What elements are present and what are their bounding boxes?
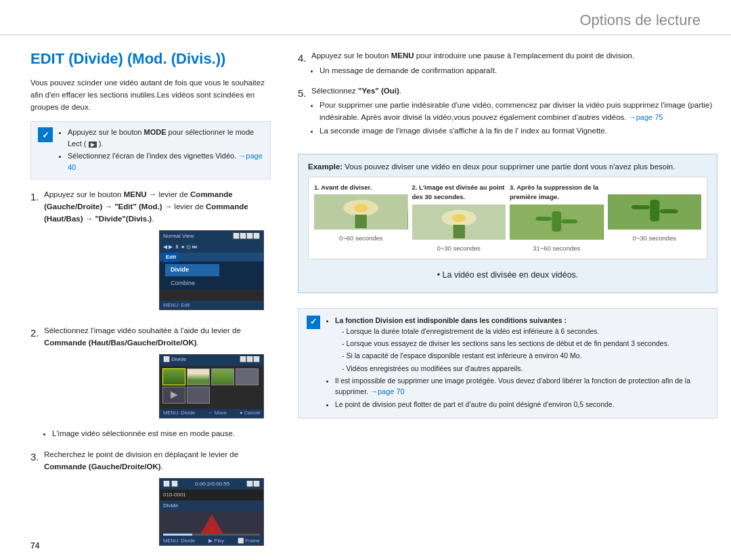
warn-sub-3: Si la capacité de l'espace disponible re… [342,350,709,361]
cs-bottom-bar-1: MENU: Edit [160,301,263,309]
note-item-2: Sélectionnez l'écran de l'index des vign… [68,150,263,173]
div-step-1-num: 1. Avant de diviser. [314,183,408,192]
step-1-num: 1. [30,189,40,316]
flower-svg-2 [412,204,506,240]
warn-sub-list: Lorsque la durée totale d'enregistrement… [335,326,709,374]
thumb-4 [236,368,259,385]
step-4-bullets: Un message de demande de confirmation ap… [311,65,634,77]
warn-title: La fonction Division est indisponible da… [335,315,709,374]
edit-label: Edit [163,253,179,262]
content-area: EDIT (Divide) (Mod. (Divis.)) Vous pouve… [0,35,731,560]
warn-sub-2: Lorsque vous essayez de diviser les sect… [342,338,709,349]
svg-rect-17 [659,209,678,213]
svg-rect-12 [535,217,552,221]
warning-box: ✓ La fonction Division est indisponible … [298,308,717,418]
step-2-num: 2. [30,325,40,441]
warn-icon: ✓ [307,316,320,329]
thumb-3 [211,368,234,385]
flower-svg [314,194,408,230]
svg-rect-16 [631,205,650,209]
svg-rect-15 [650,200,659,221]
note-list: Appuyez sur le bouton MODE pour sélectio… [58,127,263,174]
div-step-1: 1. Avant de diviser. 0~60 secondes [314,183,408,244]
cs-bottom-bar-3: MENU: Divide ▶ Play ⬜ Frame [160,536,263,545]
svg-rect-11 [552,211,561,232]
div-step-2-time: 0~30 secondes [437,244,481,253]
step-4-content: Appuyez sur le bouton MENU pour introdui… [311,50,634,79]
warn-sub-1: Lorsque la durée totale d'enregistrement… [342,326,709,337]
svg-point-8 [451,214,466,222]
left-column: EDIT (Divide) (Mod. (Divis.)) Vous pouve… [0,35,284,560]
video-frame-icon [198,513,225,536]
cs-bottom-bar-2: MENU: Divide ↔ Move ● Cancel [160,409,263,418]
step-1-content: Appuyez sur le bouton MENU → levier de C… [44,189,271,316]
div-step-4: 0~30 secondes [608,183,702,244]
thumb-5: ▶ [162,387,185,404]
step-2-content: Sélectionnez l'image vidéo souhaitée à l… [44,325,271,441]
div-step-2: 2. L'image est divisée au point des 30 s… [412,183,506,253]
div-step-4-num [608,183,702,192]
example-box: Example: Vous pouvez diviser une vidéo e… [298,154,717,293]
division-illustration: 1. Avant de diviser. 0~60 secondes [308,177,707,259]
intro-text: Vous pouvez scinder une vidéo autant de … [30,77,271,113]
divide-item: Divide [165,264,219,276]
combine-item: Combine [165,278,219,290]
svg-rect-13 [561,219,577,223]
warn-list: La fonction Division est indisponible da… [326,315,709,410]
step-4-bullet-1: Un message de demande de confirmation ap… [319,65,634,77]
right-column: 4. Appuyez sur le bouton MENU pour intro… [284,35,731,560]
steps-left: 1. Appuyez sur le bouton MENU → levier d… [30,189,271,553]
step-5-content: Sélectionnez "Yes" (Oui). Pour supprimer… [311,85,717,139]
svg-rect-1 [210,527,214,534]
section-title: EDIT (Divide) (Mod. (Divis.)) [30,50,271,68]
page: Options de lecture EDIT (Divide) (Mod. (… [0,0,731,560]
division-note: La vidéo est divisée en deux vidéos. [308,265,707,286]
step-5-bullet-2: La seconde image de l'image divisée s'af… [319,125,717,137]
step-5-bullets: Pour supprimer une partie indésirable d'… [311,100,717,137]
example-label: Example: [308,163,342,171]
div-step-3-time: 31~60 secondes [533,244,580,253]
note-item-1: Appuyez sur le bouton MODE pour sélectio… [68,127,263,149]
step-5: 5. Sélectionnez "Yes" (Oui). Pour suppri… [298,85,717,139]
example-text: Example: Vous pouvez diviser une vidéo e… [308,161,707,173]
cs-top-bar-1: Normal View ⬜⬜⬜⬜ [160,231,263,242]
page-number: 74 [30,541,39,551]
cactus-svg-2 [608,194,702,230]
div-step-1-time: 0~60 secondes [339,234,383,243]
note-box: ✓ Appuyez sur le bouton MODE pour sélect… [30,121,271,179]
svg-rect-9 [453,225,464,238]
step-4: 4. Appuyez sur le bouton MENU pour intro… [298,50,717,79]
div-step-3-img [510,204,604,240]
step-5-num: 5. [298,85,307,139]
header-title: Options de lecture [579,12,701,35]
div-step-3-num: 3. Après la suppression de la première i… [510,183,604,202]
warn-sub-4: Vidéos enregistrées ou modifiées sur d'a… [342,363,709,374]
cam-screen-1: Normal View ⬜⬜⬜⬜ ◀ ▶ ⏸ ● ◎ ⏭ Edit [159,230,264,310]
step-3: 3. Recherchez le point de division en dé… [30,449,271,553]
step-3-num: 3. [30,449,40,553]
div-step-2-img [412,204,506,240]
div-step-2-num: 2. L'image est divisée au point des 30 s… [412,183,506,202]
warn-content: La fonction Division est indisponible da… [326,315,709,412]
div-step-3: 3. Après la suppression de la première i… [510,183,604,253]
cs-top-bar-3: ⬜ ⬜ 0:00:2/0:00:55 ⬜⬜ [160,479,263,490]
svg-point-4 [354,204,368,212]
thumb-selected [162,368,185,385]
steps-right: 4. Appuyez sur le bouton MENU pour intro… [298,50,717,146]
step-1: 1. Appuyez sur le bouton MENU → levier d… [30,189,271,316]
div-step-4-time: 0~30 secondes [632,234,676,243]
step-4-num: 4. [298,50,307,79]
cs-top-bar-2: ⬜ Divide ⬜⬜⬜ [160,355,263,366]
step-3-content: Recherchez le point de division en dépla… [44,449,271,553]
div-step-1-img [314,194,408,230]
header-bar: Options de lecture [0,0,731,35]
step-2-bullet-1: L'image vidéo sélectionnée est mise en m… [52,428,271,440]
svg-rect-5 [355,215,367,228]
step-5-bullet-1: Pour supprimer une partie indésirable d'… [319,100,717,124]
warn-bullet-2: Le point de division peut flotter de par… [335,399,709,410]
step-2: 2. Sélectionnez l'image vidéo souhaitée … [30,325,271,441]
note-icon: ✓ [38,127,53,142]
thumb-2 [187,368,210,385]
step-2-bullets: L'image vidéo sélectionnée est mise en m… [44,428,271,440]
div-step-4-img [608,194,702,230]
